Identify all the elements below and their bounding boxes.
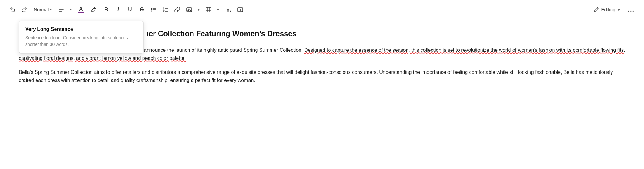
bullet-list-button[interactable] [149, 4, 159, 15]
article-title: ier Collection Featuring Women's Dresses [147, 29, 296, 38]
bold-button[interactable]: B [101, 4, 111, 15]
align-chevron-icon: ▾ [70, 7, 72, 12]
clear-format-button[interactable] [223, 4, 233, 15]
link-button[interactable] [172, 4, 182, 15]
insert-special-button[interactable] [235, 4, 245, 15]
editing-mode-control[interactable]: Editing ▾ [590, 5, 624, 14]
tooltip-title: Very Long Sentence [25, 27, 137, 32]
toolbar: Normal ▾ ▾ A B I U S [0, 0, 644, 19]
image-dropdown-btn[interactable]: ▾ [196, 4, 202, 15]
highlight-button[interactable] [88, 4, 99, 15]
align-button[interactable] [56, 4, 66, 15]
italic-button[interactable]: I [113, 4, 123, 15]
svg-rect-18 [206, 7, 211, 12]
style-dropdown[interactable]: Normal ▾ [31, 4, 54, 15]
table-button[interactable] [203, 4, 213, 15]
text-color-button[interactable]: A [76, 4, 86, 15]
redo-button[interactable] [19, 4, 29, 15]
table-chevron-icon: ▾ [217, 7, 219, 12]
more-options-label: ... [627, 6, 635, 13]
strikethrough-label: S [140, 7, 144, 13]
table-dropdown-btn[interactable]: ▾ [215, 4, 221, 15]
svg-line-28 [597, 8, 598, 9]
underline-label: U [128, 7, 132, 13]
svg-point-5 [151, 9, 152, 10]
editing-label: Editing [601, 7, 615, 12]
tooltip-body: Sentence too long. Consider breaking int… [25, 35, 137, 48]
undo-button[interactable] [7, 4, 17, 15]
pencil-icon [593, 7, 599, 12]
svg-point-6 [151, 10, 152, 11]
content-area: Very Long Sentence Sentence too long. Co… [0, 19, 644, 97]
svg-point-4 [151, 8, 152, 9]
numbered-list-button[interactable]: 1. 2. 3. [160, 4, 170, 15]
bold-label: B [104, 7, 108, 13]
tooltip-popup: Very Long Sentence Sentence too long. Co… [19, 21, 144, 54]
style-label: Normal [34, 7, 49, 12]
strikethrough-button[interactable]: S [137, 4, 147, 15]
color-indicator [78, 12, 84, 13]
italic-label: I [117, 7, 119, 13]
style-chevron-icon: ▾ [50, 7, 52, 12]
article-paragraph-2: Bella's Spring Summer Collection aims to… [19, 68, 625, 85]
more-options-button[interactable]: ... [626, 4, 637, 15]
image-button[interactable] [184, 4, 194, 15]
text-color-letter: A [79, 6, 83, 12]
svg-text:3.: 3. [163, 10, 165, 12]
editing-chevron-icon: ▾ [618, 7, 620, 12]
svg-line-3 [94, 8, 95, 9]
underline-button[interactable]: U [125, 4, 135, 15]
align-dropdown-btn[interactable]: ▾ [68, 4, 74, 15]
image-chevron-icon: ▾ [198, 7, 200, 12]
